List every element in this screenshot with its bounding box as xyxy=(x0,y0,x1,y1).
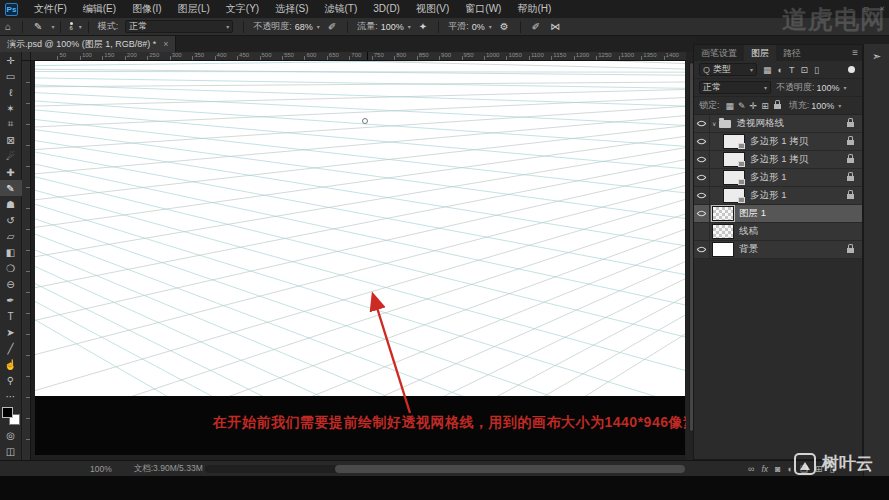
layer-thumbnail[interactable] xyxy=(712,242,734,257)
menu-item[interactable]: 帮助(H) xyxy=(509,0,559,18)
hand-tool[interactable]: ☝ xyxy=(0,356,22,372)
history-brush-tool[interactable]: ↺ xyxy=(0,212,22,228)
link-layers-icon[interactable]: ∞ xyxy=(748,464,754,474)
layer-row[interactable]: 线稿 xyxy=(694,223,862,241)
eraser-tool[interactable]: ▱ xyxy=(0,228,22,244)
path-select-tool[interactable]: ➤ xyxy=(0,324,22,340)
smoothing-settings-gear-icon[interactable]: ⚙ xyxy=(495,21,514,32)
lock-position-icon[interactable]: ✛ xyxy=(750,101,758,111)
pen-tool[interactable]: ✒ xyxy=(0,292,22,308)
lasso-tool[interactable]: ℓ xyxy=(0,84,22,100)
zoom-level-field[interactable]: 100% xyxy=(90,464,112,474)
collapsed-panel-icon[interactable]: ➣ xyxy=(872,50,881,476)
blur-tool[interactable]: ❍ xyxy=(0,260,22,276)
opacity-field[interactable]: 不透明度:68%▾ xyxy=(253,20,320,33)
menu-item[interactable]: 文字(Y) xyxy=(218,0,267,18)
new-layer-icon[interactable]: ⊞ xyxy=(815,464,823,474)
layer-row[interactable]: 多边形 1 拷贝 xyxy=(694,151,862,169)
crop-tool[interactable]: ⌗ xyxy=(0,116,22,132)
type-tool[interactable]: T xyxy=(0,308,22,324)
smoothing-field[interactable]: 平滑:0%▾ xyxy=(448,20,492,33)
airbrush-icon[interactable]: ✦ xyxy=(414,21,432,32)
tool-preset-brush-icon[interactable]: ✎ xyxy=(29,21,47,32)
quick-mask-icon[interactable]: ◎ xyxy=(0,427,22,443)
pixel-filter-icon[interactable]: ▦ xyxy=(763,65,772,75)
adjustment-layer-icon[interactable]: ◐ xyxy=(787,464,792,474)
menu-item[interactable]: 文件(F) xyxy=(26,0,75,18)
panel-tab-路径[interactable]: 路径 xyxy=(776,45,808,61)
document-tab[interactable]: 演示.psd @ 100% (图层 1, RGB/8#) * × xyxy=(0,36,176,52)
frame-tool[interactable]: ⊠ xyxy=(0,132,22,148)
eyedropper-tool[interactable]: ☄ xyxy=(0,148,22,164)
layer-effects-icon[interactable]: fx xyxy=(761,464,768,474)
delete-layer-icon[interactable]: ▯ xyxy=(830,464,835,474)
shape-tool[interactable]: ╱ xyxy=(0,340,22,356)
foreground-color-swatch[interactable] xyxy=(2,407,13,418)
menu-item[interactable]: 窗口(W) xyxy=(457,0,509,18)
layer-row[interactable]: ∨透视网格线 xyxy=(694,115,862,133)
horizontal-ruler[interactable]: 5010015020025030035040045050055060065070… xyxy=(31,52,686,61)
layer-row[interactable]: 多边形 1 xyxy=(694,169,862,187)
blend-mode-select[interactable]: 正常▾ xyxy=(125,20,233,33)
flow-field[interactable]: 流量:100%▾ xyxy=(357,20,411,33)
layer-row[interactable]: 背景 xyxy=(694,241,862,259)
visibility-toggle[interactable] xyxy=(694,151,710,168)
visibility-toggle[interactable] xyxy=(694,169,710,186)
gradient-tool[interactable]: ◧ xyxy=(0,244,22,260)
layer-row[interactable]: 多边形 1 拷贝 xyxy=(694,133,862,151)
visibility-toggle[interactable] xyxy=(694,241,710,258)
home-icon[interactable]: ⌂ xyxy=(0,21,16,32)
pressure-opacity-icon[interactable]: ✐ xyxy=(323,21,341,32)
layer-thumbnail[interactable] xyxy=(712,224,734,239)
move-tool[interactable]: ✛ xyxy=(0,52,22,68)
layer-thumbnail[interactable] xyxy=(723,134,745,149)
dodge-tool[interactable]: ⊖ xyxy=(0,276,22,292)
layer-thumbnail[interactable] xyxy=(723,152,745,167)
layer-opacity-value[interactable]: 100% xyxy=(817,83,840,93)
panel-tab-图层[interactable]: 图层 xyxy=(744,45,776,61)
type-filter-icon[interactable]: T xyxy=(789,65,795,75)
fill-value[interactable]: 100% xyxy=(811,101,834,111)
brush-tool[interactable]: ✎ xyxy=(0,180,22,196)
lock-all-icon[interactable] xyxy=(774,104,781,109)
lock-transparent-icon[interactable]: ▦ xyxy=(726,101,735,111)
layer-thumbnail[interactable] xyxy=(723,170,745,185)
horizontal-scrollbar-thumb[interactable] xyxy=(335,465,685,473)
close-icon[interactable]: ✕ xyxy=(879,5,885,13)
filter-toggle-icon[interactable] xyxy=(848,66,855,73)
visibility-toggle[interactable] xyxy=(694,115,710,132)
horizontal-scrollbar[interactable] xyxy=(205,465,685,473)
visibility-toggle[interactable] xyxy=(694,133,710,150)
menu-item[interactable]: 滤镜(T) xyxy=(317,0,366,18)
layer-thumbnail[interactable] xyxy=(712,206,734,221)
menu-item[interactable]: 视图(V) xyxy=(408,0,457,18)
clone-stamp-tool[interactable]: ☗ xyxy=(0,196,22,212)
healing-brush-tool[interactable]: ✚ xyxy=(0,164,22,180)
minimize-icon[interactable]: ─ xyxy=(848,6,853,13)
photoshop-logo[interactable]: Ps xyxy=(5,3,18,16)
shape-filter-icon[interactable]: ⊡ xyxy=(800,65,808,75)
layer-row[interactable]: 图层 1 xyxy=(694,205,862,223)
visibility-toggle[interactable] xyxy=(694,187,710,204)
layer-group-icon[interactable]: ❏ xyxy=(800,464,808,474)
menu-item[interactable]: 图像(I) xyxy=(124,0,169,18)
vertical-scrollbar[interactable] xyxy=(686,52,693,460)
vertical-ruler[interactable] xyxy=(22,61,31,460)
zoom-tool[interactable]: ⚲ xyxy=(0,372,22,388)
canvas[interactable]: 在开始前我们需要提前绘制好透视网格线，用到的画布大小为1440*946像素 xyxy=(35,61,685,455)
panel-menu-icon[interactable]: ≡ xyxy=(852,47,858,58)
magic-wand-tool[interactable]: ✶ xyxy=(0,100,22,116)
layer-row[interactable]: 多边形 1 xyxy=(694,187,862,205)
lock-pixels-icon[interactable]: ✎ xyxy=(738,101,746,111)
more-tools[interactable]: ⋯ xyxy=(0,388,22,404)
screen-mode-icon[interactable]: ◫ xyxy=(0,443,22,459)
marquee-tool[interactable]: ▭ xyxy=(0,68,22,84)
ruler-corner[interactable] xyxy=(22,52,31,61)
menu-item[interactable]: 3D(D) xyxy=(365,0,408,18)
group-expand-caret-icon[interactable]: ∨ xyxy=(712,120,716,127)
color-swatches[interactable] xyxy=(2,407,20,425)
paint-symmetry-icon[interactable]: ⋈ xyxy=(545,21,565,32)
layer-blend-mode-select[interactable]: 正常▾ xyxy=(699,81,771,94)
adjustment-filter-icon[interactable]: ◐ xyxy=(778,65,783,75)
menu-item[interactable]: 选择(S) xyxy=(267,0,316,18)
